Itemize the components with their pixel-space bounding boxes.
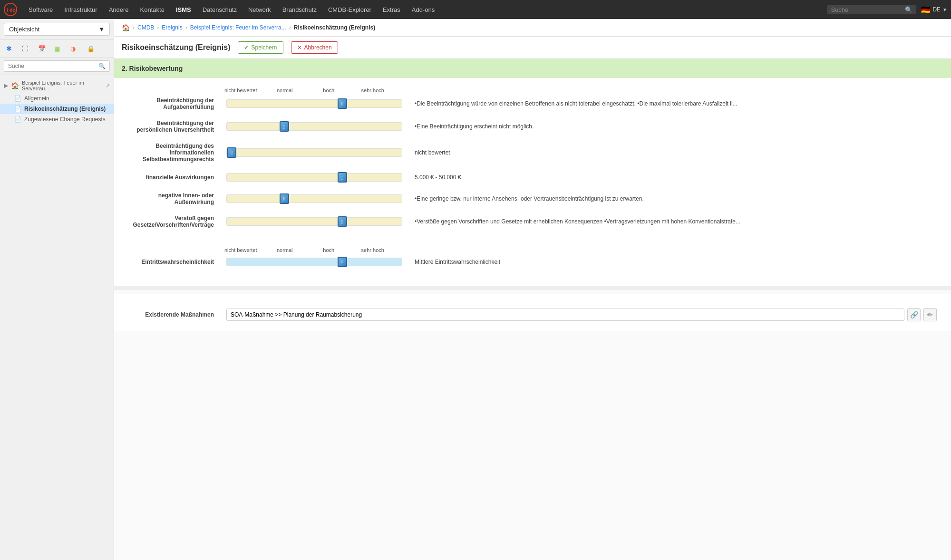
nav-extras[interactable]: Extras [377,0,406,19]
slider-label-probability: Eintrittswahrscheinlichkeit [124,259,219,265]
slider-label-line1: Beeinträchtigung der [124,120,214,126]
slider-thumb-5[interactable] [280,193,289,204]
objektsicht-dropdown[interactable]: Objektsicht ▼ [4,23,110,36]
slider-value-4: 5.000 € - 50.000 € [410,174,937,181]
tree-item-change-requests[interactable]: 📄 Zugewiesene Change Requests [0,114,114,125]
slider-row-6: Verstoß gegen Gesetze/Vorschriften/Vertr… [124,215,937,228]
slider-track-wrap-1 [226,98,402,109]
slider-label-line1: Beeinträchtigung der [124,97,214,104]
nav-addons[interactable]: Add-ons [406,0,440,19]
nav-brandschutz[interactable]: Brandschutz [277,0,322,19]
probability-label-text: Eintrittswahrscheinlichkeit [124,259,214,265]
measure-input-field[interactable] [226,309,904,321]
scroll-area[interactable]: 2. Risikobewertung nicht bewertet normal… [114,59,951,560]
sidebar-tree: ▶ 🏠 Beispiel Ereignis: Feuer im Serverra… [0,75,114,127]
slider-track-2[interactable] [226,122,402,131]
page-header: Risikoeinschätzung (Ereignis) ✔ Speicher… [114,37,951,59]
slider-thumb-1[interactable] [338,98,347,109]
chevron-down-icon: ▼ [98,26,105,33]
measure-edit-button[interactable]: ✏ [923,308,937,321]
expand-icon-btn[interactable]: ⛶ [20,43,31,54]
svg-text:i·doit: i·doit [7,8,17,13]
slider-label-line1: Verstoß gegen [124,215,214,222]
sidebar-search-field[interactable] [8,63,96,69]
slider-value-5: •Eine geringe bzw. nur interne Ansehens-… [410,195,937,202]
slider-row-2: Beeinträchtigung der persönlichen Unvers… [124,120,937,133]
slider-thumb-6[interactable] [338,216,347,227]
asterisk-icon-btn[interactable]: ✱ [4,43,15,54]
main-layout: Objektsicht ▼ ✱ ⛶ 📅 ▦ ◑ 🔒 [0,19,951,560]
slider-thumb-2[interactable] [280,121,289,132]
app-logo[interactable]: i·doit [4,3,17,16]
svg-text:🔒: 🔒 [87,45,95,53]
slider-track-4[interactable] [226,173,402,182]
slider-label-line1: finanzielle Auswirkungen [124,174,214,181]
tree-parent-item[interactable]: ▶ 🏠 Beispiel Ereignis: Feuer im Serverra… [0,78,114,93]
slider-track-wrap-6 [226,216,402,227]
slider-label-line2: persönlichen Unversehrtheit [124,126,214,133]
sidebar-search: 🔍 [0,58,114,75]
slider-track-5[interactable] [226,194,402,203]
slider-label-2: Beeinträchtigung der persönlichen Unvers… [124,120,219,133]
nav-infrastruktur[interactable]: Infrastruktur [58,0,103,19]
slider-row-1: Beeinträchtigung der Aufgabenerfüllung •… [124,97,937,110]
scale-label-4: sehr hoch [351,87,395,93]
search-input[interactable] [831,6,902,13]
slider-track-6[interactable] [226,217,402,226]
language-selector[interactable]: 🇩🇪 DE ▼ [921,5,947,14]
bottom-section: Existierende Maßnahmen 🔗 ✏ [114,294,951,331]
search-area: 🔍 [827,5,916,14]
lock-icon-btn[interactable]: 🔒 [85,43,96,54]
home-icon[interactable]: 🏠 [122,24,130,31]
pie-chart-icon-btn[interactable]: ◑ [68,43,80,54]
slider-thumb-4[interactable] [338,172,347,183]
breadcrumb-current: Risikoeinschätzung (Ereignis) [294,24,375,31]
nav-network[interactable]: Network [243,0,277,19]
tree-item-label: Allgemein [24,95,49,102]
nav-kontakte[interactable]: Kontakte [135,0,170,19]
tree-item-risikoeinschaetzung[interactable]: 📄 Risikoeinschätzung (Ereignis) [0,104,114,114]
nav-cmdb-explorer[interactable]: CMDB-Explorer [322,0,377,19]
slider-label-6: Verstoß gegen Gesetze/Vorschriften/Vertr… [124,215,219,228]
slider-track-3[interactable] [226,148,402,157]
link-icon: 🔗 [910,311,918,319]
scale-label-2: normal [263,87,307,93]
slider-thumb-prob[interactable] [338,257,347,267]
breadcrumb-sep-1: › [133,24,135,31]
section-header: 2. Risikobewertung [114,59,951,78]
breadcrumb-sep-3: › [185,24,187,31]
calendar-icon-btn[interactable]: 📅 [36,43,48,54]
measure-label: Existierende Maßnahmen [124,311,219,318]
slider-track-wrap-3 [226,147,402,158]
measure-link-button[interactable]: 🔗 [907,308,921,321]
tree-item-allgemein[interactable]: 📄 Allgemein [0,93,114,104]
slider-row-5: negative Innen- oder Außenwirkung •Eine … [124,192,937,205]
nav-datenschutz[interactable]: Datenschutz [197,0,243,19]
bar-chart-icon-btn[interactable]: ▦ [52,43,64,54]
breadcrumb-sep-4: › [289,24,291,31]
breadcrumb-cmdb[interactable]: CMDB [137,24,154,31]
tree-expand-icon: ▶ [4,82,8,89]
nav-software[interactable]: Software [23,0,58,19]
breadcrumb-example[interactable]: Beispiel Ereignis: Feuer im Serverra... [190,24,286,31]
save-button[interactable]: ✔ Speichern [238,41,283,54]
slider-label-line2: Aufgabenerfüllung [124,104,214,110]
svg-text:📅: 📅 [38,45,46,53]
slider-label-line2: Außenwirkung [124,199,214,205]
scale-label-prob-4: sehr hoch [351,247,395,253]
nav-isms[interactable]: ISMS [170,0,197,19]
checkmark-icon: ✔ [244,44,249,51]
chevron-down-icon: ▼ [942,7,947,12]
sidebar-search-icon: 🔍 [98,63,106,69]
search-icon: 🔍 [905,6,912,13]
slider-row-3: Beeinträchtigung des informationellen Se… [124,143,937,163]
cancel-button[interactable]: ✕ Abbrechen [291,41,338,54]
language-label: DE [932,6,941,13]
sidebar-search-input-wrap[interactable]: 🔍 [4,60,110,72]
slider-track-prob[interactable] [226,258,402,266]
slider-label-3: Beeinträchtigung des informationellen Se… [124,143,219,163]
slider-track-1[interactable] [226,99,402,108]
nav-andere[interactable]: Andere [103,0,135,19]
breadcrumb-ereignis[interactable]: Ereignis [162,24,182,31]
slider-thumb-3[interactable] [227,147,236,158]
